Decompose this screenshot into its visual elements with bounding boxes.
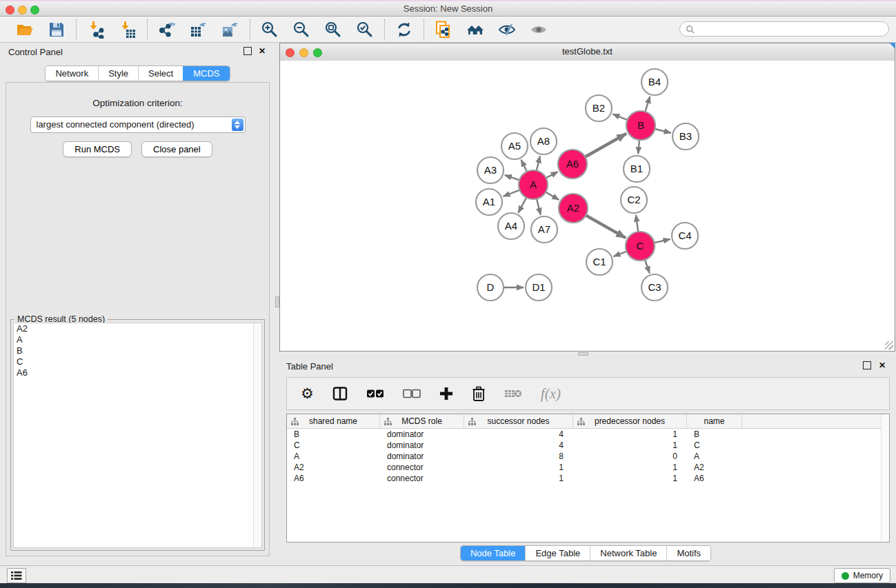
graph-node-B[interactable]: B: [626, 111, 655, 140]
table-row[interactable]: Bdominator41B: [287, 429, 889, 440]
graph-node-label: A1: [483, 196, 495, 207]
tab-network[interactable]: Network: [46, 66, 98, 81]
task-history-button[interactable]: [7, 568, 26, 583]
mcds-result-item[interactable]: C: [14, 356, 261, 367]
graph-node-A5[interactable]: A5: [501, 133, 528, 159]
memory-button[interactable]: Memory: [834, 568, 890, 583]
export-image-icon[interactable]: [221, 21, 239, 39]
graph-node-C1[interactable]: C1: [586, 249, 613, 275]
show-eye-icon[interactable]: [530, 21, 548, 39]
zoom-selected-icon[interactable]: [356, 21, 374, 39]
table-cell: A: [687, 452, 742, 461]
memory-label: Memory: [853, 571, 883, 580]
import-table-icon[interactable]: [119, 21, 137, 39]
graph-node-A3[interactable]: A3: [477, 157, 504, 183]
table-scrollbar[interactable]: [881, 414, 889, 542]
table-cell: 1: [573, 463, 687, 472]
table-float-icon[interactable]: [863, 361, 871, 369]
network-canvas[interactable]: AA1A2A3A4A5A6A7A8BB1B2B3B4CC1C2C3C4DD1: [280, 61, 895, 351]
mcds-result-item[interactable]: B: [14, 345, 261, 356]
export-network-icon[interactable]: [158, 21, 176, 39]
close-panel-icon[interactable]: ✕: [259, 47, 266, 55]
tab-style[interactable]: Style: [98, 66, 138, 81]
zoom-in-icon[interactable]: [261, 21, 279, 39]
float-panel-icon[interactable]: [243, 47, 252, 55]
column-header-successor-nodes[interactable]: successor nodes: [464, 414, 573, 428]
mcds-result-item[interactable]: A2: [14, 323, 261, 334]
duplicate-network-icon[interactable]: [435, 21, 452, 39]
tab-motifs[interactable]: Motifs: [666, 546, 710, 560]
graph-node-C[interactable]: C: [626, 232, 655, 261]
graph-node-C4[interactable]: C4: [672, 223, 698, 249]
home-icon[interactable]: [466, 21, 484, 39]
open-session-icon[interactable]: [16, 21, 34, 39]
table-settings-icon[interactable]: ⚙: [301, 386, 314, 401]
column-header-MCDS-role[interactable]: MCDS role: [380, 414, 464, 428]
search-box[interactable]: [679, 21, 889, 37]
columns-icon[interactable]: [332, 386, 348, 401]
function-builder-icon: f(x): [541, 386, 561, 401]
add-row-icon[interactable]: [439, 386, 453, 401]
graph-node-D[interactable]: D: [477, 274, 504, 301]
column-header-shared-name[interactable]: shared name: [287, 414, 380, 428]
table-cell: C: [287, 440, 380, 450]
run-mcds-button[interactable]: Run MCDS: [63, 141, 132, 157]
criterion-select[interactable]: largest connected component (directed): [30, 116, 246, 133]
column-header-label: MCDS role: [401, 416, 442, 426]
graph-node-A8[interactable]: A8: [530, 128, 557, 154]
control-panel-tabs: NetworkStyleSelectMCDS: [45, 65, 230, 81]
graph-node-label: C: [637, 240, 644, 252]
graph-node-A6[interactable]: A6: [558, 150, 587, 179]
column-header-name[interactable]: name: [687, 414, 742, 428]
table-cell: dominator: [380, 440, 464, 450]
export-table-icon[interactable]: [190, 21, 208, 39]
network-graph[interactable]: AA1A2A3A4A5A6A7A8BB1B2B3B4CC1C2C3C4DD1: [280, 61, 895, 351]
graph-node-B3[interactable]: B3: [673, 123, 699, 150]
table-close-icon[interactable]: ✕: [879, 361, 886, 369]
resize-grip-icon[interactable]: [885, 341, 893, 349]
graph-node-D1[interactable]: D1: [526, 274, 552, 301]
select-all-icon[interactable]: [366, 386, 384, 401]
graph-node-label: A6: [566, 158, 579, 170]
zoom-out-icon[interactable]: [292, 21, 310, 39]
graph-node-label: C1: [593, 256, 606, 267]
table-row[interactable]: A2connector11A2: [287, 462, 889, 473]
graph-node-B2[interactable]: B2: [586, 95, 612, 121]
network-window-titlebar[interactable]: testGlobe.txt: [280, 43, 895, 61]
graph-node-A1[interactable]: A1: [476, 189, 502, 215]
graph-node-A2[interactable]: A2: [559, 194, 588, 223]
table-row[interactable]: Cdominator41C: [287, 440, 889, 451]
graph-node-C3[interactable]: C3: [641, 274, 668, 301]
graph-node-B1[interactable]: B1: [624, 156, 650, 182]
mcds-result-item[interactable]: A6: [14, 367, 261, 378]
close-panel-button[interactable]: Close panel: [141, 141, 212, 157]
deselect-all-icon[interactable]: [403, 386, 421, 401]
table-row[interactable]: Adominator80A: [287, 451, 889, 462]
mcds-result-item[interactable]: A: [14, 334, 261, 345]
zoom-fit-icon[interactable]: [324, 21, 342, 39]
graph-node-A[interactable]: A: [519, 170, 548, 199]
tab-node-table[interactable]: Node Table: [461, 546, 526, 560]
column-header-predecessor-nodes[interactable]: predecessor nodes: [573, 414, 687, 428]
search-input[interactable]: [697, 23, 873, 34]
delete-row-icon[interactable]: [472, 386, 486, 401]
graph-node-label: A8: [537, 135, 550, 147]
tab-edge-table[interactable]: Edge Table: [525, 546, 590, 560]
list-scrollbar[interactable]: [253, 323, 261, 547]
tab-select[interactable]: Select: [138, 66, 183, 81]
graph-node-label: C2: [627, 194, 640, 205]
graph-node-A4[interactable]: A4: [498, 213, 524, 239]
import-network-icon[interactable]: [87, 21, 105, 39]
graph-node-A7[interactable]: A7: [531, 216, 557, 243]
table-cell: connector: [380, 463, 464, 472]
table-row[interactable]: A6connector11A6: [287, 473, 889, 484]
memory-status-icon: [842, 572, 849, 580]
save-session-icon[interactable]: [48, 21, 66, 39]
hide-eye-icon[interactable]: [498, 21, 516, 39]
tab-network-table[interactable]: Network Table: [590, 546, 666, 560]
tab-mcds[interactable]: MCDS: [183, 66, 229, 81]
graph-node-C2[interactable]: C2: [621, 187, 647, 213]
control-panel: Control Panel ✕ NetworkStyleSelectMCDS O…: [0, 43, 275, 565]
refresh-icon[interactable]: [395, 21, 413, 39]
graph-node-B4[interactable]: B4: [641, 69, 668, 95]
